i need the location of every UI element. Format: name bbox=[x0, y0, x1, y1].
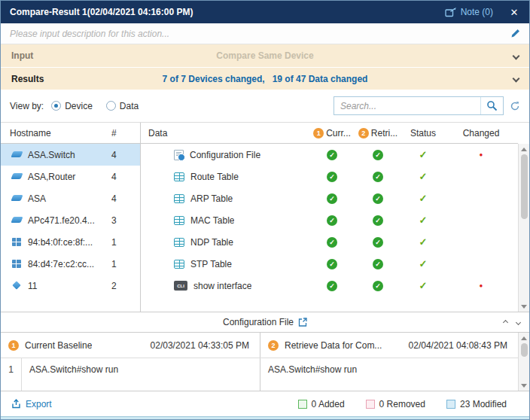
device-row[interactable]: 84:d4:7e:c2:cc... 1 bbox=[1, 253, 140, 275]
column-hostname[interactable]: Hostname bbox=[1, 128, 111, 138]
device-row[interactable]: ASA 4 bbox=[1, 187, 140, 209]
legend-modified: 23 Modified bbox=[446, 399, 507, 409]
results-collapse-button[interactable] bbox=[451, 76, 519, 81]
column-current-label: Curr... bbox=[326, 128, 351, 138]
compare-result-dialog: Compare-Result 1(02/04/2021 04:16:00 PM)… bbox=[0, 0, 530, 420]
column-count[interactable]: # bbox=[111, 128, 140, 138]
success-check-icon bbox=[373, 193, 383, 204]
input-section-label: Input bbox=[11, 50, 79, 61]
device-row[interactable]: ASA,Router 4 bbox=[1, 166, 140, 187]
switch-icon bbox=[10, 150, 23, 160]
status-check-icon bbox=[419, 215, 428, 226]
end-system-icon bbox=[10, 237, 23, 247]
input-collapse-button[interactable] bbox=[451, 53, 519, 59]
retrieve-column-header: 2 Retrieve Data for Com... 02/04/2021 04… bbox=[260, 333, 518, 358]
search-button[interactable] bbox=[480, 97, 503, 114]
results-section-label: Results bbox=[11, 74, 79, 84]
collapse-down-icon[interactable] bbox=[516, 319, 521, 324]
chevron-down-icon bbox=[513, 75, 520, 83]
table-icon bbox=[174, 238, 184, 247]
results-section-header[interactable]: Results 7 of 7 Devices changed,19 of 47 … bbox=[1, 67, 529, 90]
data-label: NDP Table bbox=[190, 237, 233, 248]
device-pane: Hostname # ASA.Switch 4 ASA,Router 4 ASA… bbox=[1, 123, 141, 312]
retrieve-line-text: ASA.Switch#show run bbox=[268, 364, 357, 375]
data-row[interactable]: NDP Table bbox=[141, 231, 518, 253]
radio-unselected-icon bbox=[106, 101, 116, 111]
data-changed-text: 19 of 47 Data changed bbox=[273, 74, 368, 84]
input-section-value: Compare Same Device bbox=[79, 50, 451, 61]
data-row[interactable]: Route Table bbox=[141, 166, 518, 187]
scrollbar-thumb[interactable] bbox=[521, 154, 528, 219]
edit-description-button[interactable] bbox=[510, 29, 520, 38]
description-row: Please input description for this action… bbox=[1, 23, 529, 44]
view-by-data-label: Data bbox=[120, 101, 139, 111]
config-file-icon bbox=[174, 150, 184, 160]
device-name: ASA.Switch bbox=[23, 150, 111, 160]
success-check-icon bbox=[327, 193, 337, 204]
column-current[interactable]: 1 Curr... bbox=[310, 128, 354, 138]
view-by-data-radio[interactable]: Data bbox=[106, 101, 139, 111]
device-row[interactable]: 11 2 bbox=[1, 275, 140, 297]
results-toolbar: View by: Device Data bbox=[1, 90, 529, 123]
retrieve-label: Retrieve Data for Com... bbox=[285, 340, 382, 351]
success-check-icon bbox=[373, 259, 383, 269]
popout-note-icon bbox=[445, 8, 456, 17]
success-check-icon bbox=[373, 150, 383, 160]
scroll-up-icon[interactable] bbox=[519, 144, 529, 154]
end-system-icon bbox=[10, 259, 23, 269]
refresh-button[interactable] bbox=[510, 101, 520, 111]
collapse-up-icon[interactable] bbox=[503, 319, 508, 324]
data-row[interactable]: Configuration File ● bbox=[141, 144, 518, 166]
export-icon bbox=[11, 399, 21, 409]
success-check-icon bbox=[327, 281, 337, 291]
badge-1-icon: 1 bbox=[313, 128, 324, 138]
open-in-new-icon[interactable] bbox=[298, 318, 307, 327]
devices-changed-text: 7 of 7 Devices changed, bbox=[163, 74, 265, 84]
export-button[interactable]: Export bbox=[11, 399, 52, 409]
scroll-up-icon[interactable] bbox=[519, 333, 529, 343]
column-changed[interactable]: Changed bbox=[444, 128, 518, 138]
access-point-icon bbox=[10, 215, 23, 225]
data-row[interactable]: MAC Table bbox=[141, 209, 518, 231]
success-check-icon bbox=[327, 215, 337, 226]
note-button[interactable]: Note (0) bbox=[445, 7, 493, 17]
device-row[interactable]: ASA.Switch 4 bbox=[1, 144, 140, 166]
success-check-icon bbox=[373, 237, 383, 248]
baseline-label: Current Baseline bbox=[25, 340, 92, 351]
column-status[interactable]: Status bbox=[402, 128, 444, 138]
close-icon[interactable] bbox=[508, 7, 520, 18]
data-row[interactable]: ARP Table bbox=[141, 187, 518, 209]
table-icon bbox=[174, 172, 184, 181]
detail-compare: 1 Current Baseline 02/03/2021 04:33:05 P… bbox=[1, 333, 529, 391]
changed-dot-icon: ● bbox=[480, 152, 483, 158]
success-check-icon bbox=[327, 150, 337, 160]
device-row[interactable]: APc471.fe20.4... 3 bbox=[1, 209, 140, 231]
search-input[interactable] bbox=[334, 97, 480, 114]
description-placeholder: Please input description for this action… bbox=[10, 29, 510, 39]
input-section-header[interactable]: Input Compare Same Device bbox=[1, 44, 529, 67]
compare-columns-header: 1 Current Baseline 02/03/2021 04:33:05 P… bbox=[1, 333, 518, 358]
column-retrieve[interactable]: 2 Retri... bbox=[354, 128, 402, 138]
column-data[interactable]: Data bbox=[141, 128, 310, 138]
dialog-title: Compare-Result 1(02/04/2021 04:16:00 PM) bbox=[10, 7, 440, 17]
status-check-icon bbox=[419, 236, 428, 248]
data-label: show interface bbox=[193, 281, 251, 291]
router-icon bbox=[10, 193, 23, 203]
success-check-icon bbox=[327, 237, 337, 248]
table-scrollbar[interactable] bbox=[518, 144, 529, 312]
device-count: 4 bbox=[111, 150, 140, 160]
scrollbar-thumb[interactable] bbox=[521, 343, 528, 357]
device-row[interactable]: 94:b4:0f:ce:8f:... 1 bbox=[1, 231, 140, 253]
scroll-down-icon[interactable] bbox=[519, 380, 529, 391]
detail-scrollbar[interactable] bbox=[518, 333, 529, 391]
device-count: 1 bbox=[111, 237, 140, 248]
view-by-device-radio[interactable]: Device bbox=[51, 101, 93, 111]
scroll-down-icon[interactable] bbox=[519, 301, 529, 312]
data-table-header: Data 1 Curr... 2 Retri... Status Changed bbox=[141, 123, 518, 144]
media-device-icon bbox=[10, 281, 23, 291]
data-row[interactable]: STP Table bbox=[141, 253, 518, 275]
results-summary: 7 of 7 Devices changed,19 of 47 Data cha… bbox=[79, 74, 451, 84]
device-name: ASA bbox=[23, 193, 111, 204]
detail-header: Configuration File bbox=[1, 312, 529, 333]
data-row[interactable]: CLIshow interface ● bbox=[141, 275, 518, 297]
